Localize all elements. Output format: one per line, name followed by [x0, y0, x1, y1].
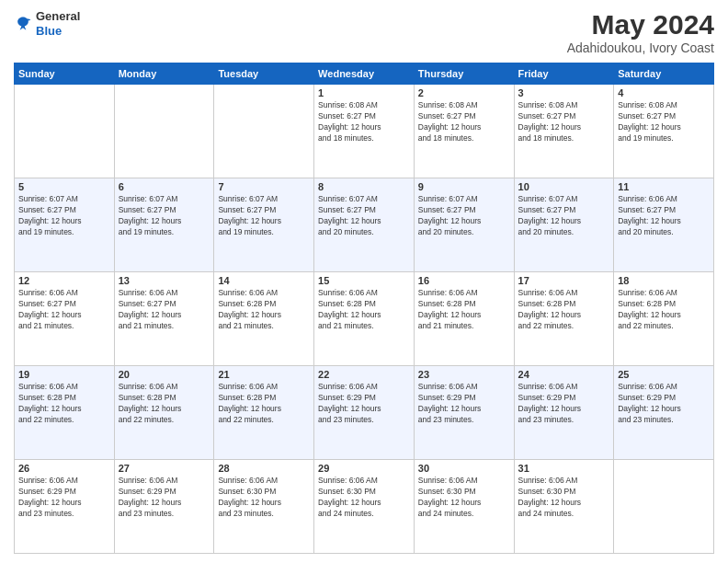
- table-row: 30Sunrise: 6:06 AM Sunset: 6:30 PM Dayli…: [414, 460, 514, 554]
- day-number: 20: [119, 369, 210, 380]
- table-row: 12Sunrise: 6:06 AM Sunset: 6:27 PM Dayli…: [15, 272, 115, 366]
- day-info: Sunrise: 6:07 AM Sunset: 6:27 PM Dayligh…: [318, 194, 410, 238]
- calendar-title: May 2024: [567, 9, 714, 40]
- day-info: Sunrise: 6:06 AM Sunset: 6:28 PM Dayligh…: [618, 288, 710, 332]
- day-number: 14: [218, 275, 310, 286]
- table-row: 29Sunrise: 6:06 AM Sunset: 6:30 PM Dayli…: [314, 460, 415, 554]
- table-row: 18Sunrise: 6:06 AM Sunset: 6:28 PM Dayli…: [614, 272, 714, 366]
- table-row: 10Sunrise: 6:07 AM Sunset: 6:27 PM Dayli…: [514, 178, 614, 272]
- day-number: 27: [119, 463, 210, 474]
- day-number: 21: [218, 369, 310, 380]
- calendar-header: Sunday Monday Tuesday Wednesday Thursday…: [15, 63, 714, 85]
- table-row: 14Sunrise: 6:06 AM Sunset: 6:28 PM Dayli…: [214, 272, 314, 366]
- day-info: Sunrise: 6:06 AM Sunset: 6:28 PM Dayligh…: [518, 288, 610, 332]
- logo-general: General: [36, 9, 80, 23]
- day-number: 1: [318, 87, 410, 98]
- table-row: 26Sunrise: 6:06 AM Sunset: 6:29 PM Dayli…: [15, 460, 115, 554]
- day-info: Sunrise: 6:07 AM Sunset: 6:27 PM Dayligh…: [218, 194, 310, 238]
- table-row: [15, 85, 115, 178]
- calendar-week-2: 5Sunrise: 6:07 AM Sunset: 6:27 PM Daylig…: [15, 178, 714, 272]
- day-number: 31: [518, 463, 610, 474]
- table-row: 19Sunrise: 6:06 AM Sunset: 6:28 PM Dayli…: [15, 366, 115, 460]
- table-row: 2Sunrise: 6:08 AM Sunset: 6:27 PM Daylig…: [414, 85, 514, 178]
- day-info: Sunrise: 6:07 AM Sunset: 6:27 PM Dayligh…: [18, 194, 110, 238]
- table-row: 27Sunrise: 6:06 AM Sunset: 6:29 PM Dayli…: [114, 460, 214, 554]
- day-info: Sunrise: 6:06 AM Sunset: 6:29 PM Dayligh…: [518, 382, 610, 426]
- table-row: 5Sunrise: 6:07 AM Sunset: 6:27 PM Daylig…: [15, 178, 115, 272]
- day-info: Sunrise: 6:06 AM Sunset: 6:29 PM Dayligh…: [18, 476, 110, 520]
- day-info: Sunrise: 6:06 AM Sunset: 6:30 PM Dayligh…: [218, 476, 310, 520]
- day-number: 12: [18, 275, 110, 286]
- day-number: 3: [518, 87, 610, 98]
- col-sunday: Sunday: [15, 63, 115, 85]
- day-info: Sunrise: 6:08 AM Sunset: 6:27 PM Dayligh…: [518, 100, 610, 144]
- table-row: 25Sunrise: 6:06 AM Sunset: 6:29 PM Dayli…: [614, 366, 714, 460]
- day-number: 6: [119, 181, 210, 192]
- day-number: 24: [518, 369, 610, 380]
- table-row: 13Sunrise: 6:06 AM Sunset: 6:27 PM Dayli…: [114, 272, 214, 366]
- day-number: 30: [418, 463, 510, 474]
- day-info: Sunrise: 6:08 AM Sunset: 6:27 PM Dayligh…: [318, 100, 410, 144]
- calendar-week-1: 1Sunrise: 6:08 AM Sunset: 6:27 PM Daylig…: [15, 85, 714, 178]
- table-row: [114, 85, 214, 178]
- day-number: 16: [418, 275, 510, 286]
- logo-blue: Blue: [36, 24, 62, 38]
- table-row: 28Sunrise: 6:06 AM Sunset: 6:30 PM Dayli…: [214, 460, 314, 554]
- col-thursday: Thursday: [414, 63, 514, 85]
- day-number: 22: [318, 369, 410, 380]
- logo-bird-icon: [14, 15, 32, 33]
- calendar-week-4: 19Sunrise: 6:06 AM Sunset: 6:28 PM Dayli…: [15, 366, 714, 460]
- table-row: 3Sunrise: 6:08 AM Sunset: 6:27 PM Daylig…: [514, 85, 614, 178]
- day-info: Sunrise: 6:06 AM Sunset: 6:29 PM Dayligh…: [119, 476, 210, 520]
- day-info: Sunrise: 6:06 AM Sunset: 6:28 PM Dayligh…: [418, 288, 510, 332]
- calendar-week-3: 12Sunrise: 6:06 AM Sunset: 6:27 PM Dayli…: [15, 272, 714, 366]
- day-number: 9: [418, 181, 510, 192]
- day-number: 10: [518, 181, 610, 192]
- table-row: 9Sunrise: 6:07 AM Sunset: 6:27 PM Daylig…: [414, 178, 514, 272]
- day-info: Sunrise: 6:06 AM Sunset: 6:27 PM Dayligh…: [618, 194, 710, 238]
- day-info: Sunrise: 6:08 AM Sunset: 6:27 PM Dayligh…: [418, 100, 510, 144]
- table-row: 7Sunrise: 6:07 AM Sunset: 6:27 PM Daylig…: [214, 178, 314, 272]
- calendar-body: 1Sunrise: 6:08 AM Sunset: 6:27 PM Daylig…: [15, 85, 714, 554]
- day-number: 28: [218, 463, 310, 474]
- table-row: 6Sunrise: 6:07 AM Sunset: 6:27 PM Daylig…: [114, 178, 214, 272]
- col-monday: Monday: [114, 63, 214, 85]
- day-info: Sunrise: 6:06 AM Sunset: 6:28 PM Dayligh…: [318, 288, 410, 332]
- day-info: Sunrise: 6:06 AM Sunset: 6:27 PM Dayligh…: [18, 288, 110, 332]
- logo-text: General Blue: [36, 9, 80, 38]
- title-block: May 2024 Adahidoukou, Ivory Coast: [567, 9, 714, 55]
- day-number: 15: [318, 275, 410, 286]
- table-row: 20Sunrise: 6:06 AM Sunset: 6:28 PM Dayli…: [114, 366, 214, 460]
- day-info: Sunrise: 6:07 AM Sunset: 6:27 PM Dayligh…: [119, 194, 210, 238]
- day-info: Sunrise: 6:07 AM Sunset: 6:27 PM Dayligh…: [518, 194, 610, 238]
- table-row: 17Sunrise: 6:06 AM Sunset: 6:28 PM Dayli…: [514, 272, 614, 366]
- table-row: 8Sunrise: 6:07 AM Sunset: 6:27 PM Daylig…: [314, 178, 415, 272]
- day-info: Sunrise: 6:08 AM Sunset: 6:27 PM Dayligh…: [618, 100, 710, 144]
- day-info: Sunrise: 6:06 AM Sunset: 6:30 PM Dayligh…: [418, 476, 510, 520]
- table-row: 1Sunrise: 6:08 AM Sunset: 6:27 PM Daylig…: [314, 85, 415, 178]
- day-info: Sunrise: 6:06 AM Sunset: 6:28 PM Dayligh…: [119, 382, 210, 426]
- table-row: 11Sunrise: 6:06 AM Sunset: 6:27 PM Dayli…: [614, 178, 714, 272]
- day-number: 26: [18, 463, 110, 474]
- day-number: 11: [618, 181, 710, 192]
- day-number: 4: [618, 87, 710, 98]
- day-number: 29: [318, 463, 410, 474]
- day-info: Sunrise: 6:07 AM Sunset: 6:27 PM Dayligh…: [418, 194, 510, 238]
- col-saturday: Saturday: [614, 63, 714, 85]
- day-info: Sunrise: 6:06 AM Sunset: 6:29 PM Dayligh…: [418, 382, 510, 426]
- col-friday: Friday: [514, 63, 614, 85]
- day-number: 23: [418, 369, 510, 380]
- day-info: Sunrise: 6:06 AM Sunset: 6:30 PM Dayligh…: [518, 476, 610, 520]
- logo: General Blue: [14, 9, 80, 38]
- table-row: 15Sunrise: 6:06 AM Sunset: 6:28 PM Dayli…: [314, 272, 415, 366]
- day-number: 25: [618, 369, 710, 380]
- table-row: 16Sunrise: 6:06 AM Sunset: 6:28 PM Dayli…: [414, 272, 514, 366]
- day-info: Sunrise: 6:06 AM Sunset: 6:29 PM Dayligh…: [618, 382, 710, 426]
- table-row: [214, 85, 314, 178]
- table-row: 21Sunrise: 6:06 AM Sunset: 6:28 PM Dayli…: [214, 366, 314, 460]
- col-wednesday: Wednesday: [314, 63, 415, 85]
- day-number: 8: [318, 181, 410, 192]
- day-number: 18: [618, 275, 710, 286]
- table-row: [614, 460, 714, 554]
- calendar-table: Sunday Monday Tuesday Wednesday Thursday…: [14, 63, 714, 554]
